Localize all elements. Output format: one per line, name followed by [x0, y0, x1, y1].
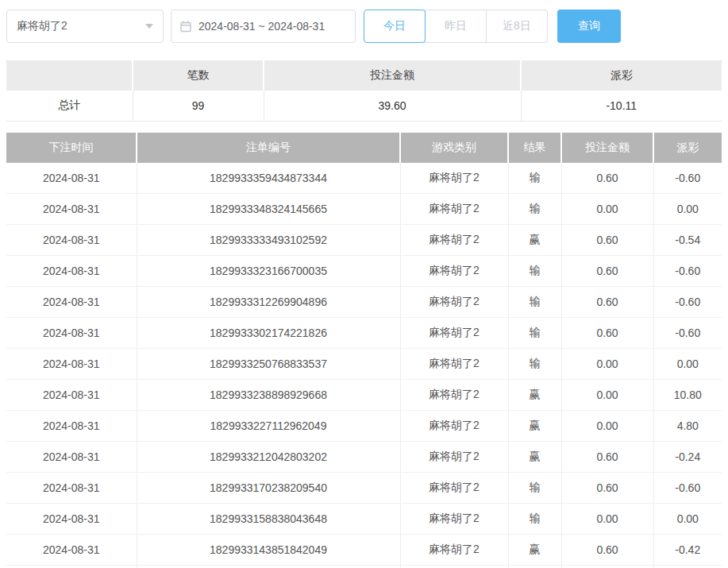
game-select[interactable]: 麻将胡了2 [6, 10, 164, 43]
cell-game-type: 麻将胡了2 [400, 318, 508, 349]
date-range-input[interactable]: 2024-08-31 ~ 2024-08-31 [171, 10, 356, 43]
table-row: 2024-08-311829933348324145665麻将胡了2输0.000… [6, 194, 722, 225]
cell-result: 输 [508, 256, 561, 287]
summary-header-bet-amount: 投注金额 [264, 60, 521, 91]
calendar-icon [179, 20, 192, 33]
header-bet-id: 注单编号 [137, 133, 400, 163]
cell-game-type: 麻将胡了2 [400, 349, 508, 380]
cell-result: 输 [508, 194, 561, 225]
header-payout: 派彩 [653, 133, 722, 163]
table-row: 2024-08-311829933170238209540麻将胡了2输0.60-… [6, 473, 722, 504]
cell-result: 输 [508, 287, 561, 318]
table-row: 2024-08-311829933359434873344麻将胡了2输0.60-… [6, 163, 722, 194]
bet-table-body: 2024-08-311829933359434873344麻将胡了2输0.60-… [6, 163, 722, 568]
cell-bet-amount: 0.00 [561, 504, 653, 535]
cell-bet-id: 1829933212042803202 [137, 442, 400, 473]
summary-table: 笔数 投注金额 派彩 总计 99 39.60 -10.11 [6, 60, 722, 122]
cell-bet-amount: 0.00 [561, 349, 653, 380]
cell-game-type: 麻将胡了2 [400, 287, 508, 318]
cell-result: 输 [508, 566, 561, 568]
summary-bet-amount-value: 39.60 [264, 91, 521, 122]
cell-payout: 0.00 [653, 504, 722, 535]
cell-game-type: 麻将胡了2 [400, 504, 508, 535]
cell-payout: -0.60 [653, 163, 722, 194]
table-row: 2024-08-311829933323166700035麻将胡了2输0.60-… [6, 256, 722, 287]
cell-bet-id: 1829933250768833537 [137, 349, 400, 380]
summary-header-row: 笔数 投注金额 派彩 [6, 60, 722, 91]
table-row: 2024-08-311829933143851842049麻将胡了2赢0.60-… [6, 535, 722, 566]
cell-result: 输 [508, 163, 561, 194]
query-button[interactable]: 查询 [557, 10, 621, 43]
quick-date-buttons: 今日 昨日 近8日 [364, 10, 548, 43]
cell-game-type: 麻将胡了2 [400, 256, 508, 287]
cell-bet-time: 2024-08-31 [6, 194, 137, 225]
cell-bet-time: 2024-08-31 [6, 225, 137, 256]
cell-bet-time: 2024-08-31 [6, 566, 137, 568]
cell-game-type: 麻将胡了2 [400, 566, 508, 568]
last-8-days-button[interactable]: 近8日 [486, 10, 548, 43]
page: 麻将胡了2 2024-08-31 ~ 2024-08-31 今日 昨日 近8日 … [0, 10, 728, 568]
yesterday-button[interactable]: 昨日 [425, 10, 487, 43]
cell-result: 赢 [508, 225, 561, 256]
chevron-down-icon [145, 24, 153, 29]
cell-result: 输 [508, 473, 561, 504]
cell-bet-amount: 0.60 [561, 163, 653, 194]
cell-bet-time: 2024-08-31 [6, 163, 137, 194]
cell-payout: -0.42 [653, 535, 722, 566]
cell-game-type: 麻将胡了2 [400, 442, 508, 473]
cell-bet-id: 1829933359434873344 [137, 163, 400, 194]
today-button[interactable]: 今日 [364, 10, 426, 43]
cell-payout: 10.80 [653, 380, 722, 411]
cell-bet-time: 2024-08-31 [6, 318, 137, 349]
date-range-value: 2024-08-31 ~ 2024-08-31 [198, 20, 325, 33]
table-row: 2024-08-311829933227112962049麻将胡了2赢0.004… [6, 411, 722, 442]
cell-payout: -0.60 [653, 256, 722, 287]
cell-bet-amount: 0.60 [561, 535, 653, 566]
cell-bet-time: 2024-08-31 [6, 411, 137, 442]
toolbar: 麻将胡了2 2024-08-31 ~ 2024-08-31 今日 昨日 近8日 … [6, 10, 722, 43]
cell-payout: -0.24 [653, 442, 722, 473]
summary-payout-value: -10.11 [521, 91, 722, 122]
cell-payout: -0.60 [653, 318, 722, 349]
cell-game-type: 麻将胡了2 [400, 535, 508, 566]
cell-game-type: 麻将胡了2 [400, 380, 508, 411]
cell-payout: 0.00 [653, 566, 722, 568]
cell-bet-amount: 0.60 [561, 287, 653, 318]
cell-bet-amount: 0.60 [561, 318, 653, 349]
cell-bet-amount: 0.60 [561, 225, 653, 256]
cell-bet-id: 1829933227112962049 [137, 411, 400, 442]
summary-total-row: 总计 99 39.60 -10.11 [6, 91, 722, 122]
table-row: 2024-08-311829933238898929668麻将胡了2赢0.001… [6, 380, 722, 411]
header-result: 结果 [508, 133, 561, 163]
game-select-value: 麻将胡了2 [17, 19, 145, 33]
cell-game-type: 麻将胡了2 [400, 194, 508, 225]
bet-table-header-row: 下注时间 注单编号 游戏类别 结果 投注金额 派彩 [6, 133, 722, 163]
cell-bet-amount: 0.00 [561, 566, 653, 568]
cell-bet-amount: 0.00 [561, 380, 653, 411]
table-row: 2024-08-311829933333493102592麻将胡了2赢0.60-… [6, 225, 722, 256]
cell-bet-amount: 0.60 [561, 473, 653, 504]
cell-result: 赢 [508, 380, 561, 411]
cell-result: 赢 [508, 442, 561, 473]
cell-bet-amount: 0.60 [561, 442, 653, 473]
cell-bet-id: 1829933129142401920 [137, 566, 400, 568]
cell-result: 输 [508, 349, 561, 380]
cell-payout: 0.00 [653, 349, 722, 380]
cell-bet-time: 2024-08-31 [6, 442, 137, 473]
cell-game-type: 麻将胡了2 [400, 163, 508, 194]
cell-bet-time: 2024-08-31 [6, 535, 137, 566]
summary-header-payout: 派彩 [521, 60, 722, 91]
table-row: 2024-08-311829933129142401920麻将胡了2输0.000… [6, 566, 722, 568]
cell-bet-id: 1829933312269904896 [137, 287, 400, 318]
table-row: 2024-08-311829933302174221826麻将胡了2输0.60-… [6, 318, 722, 349]
cell-game-type: 麻将胡了2 [400, 473, 508, 504]
table-row: 2024-08-311829933312269904896麻将胡了2输0.60-… [6, 287, 722, 318]
cell-bet-time: 2024-08-31 [6, 256, 137, 287]
cell-bet-id: 1829933158838043648 [137, 504, 400, 535]
summary-header-blank [6, 60, 133, 91]
cell-bet-amount: 0.00 [561, 411, 653, 442]
cell-bet-amount: 0.60 [561, 256, 653, 287]
cell-bet-time: 2024-08-31 [6, 504, 137, 535]
table-row: 2024-08-311829933250768833537麻将胡了2输0.000… [6, 349, 722, 380]
cell-result: 输 [508, 504, 561, 535]
